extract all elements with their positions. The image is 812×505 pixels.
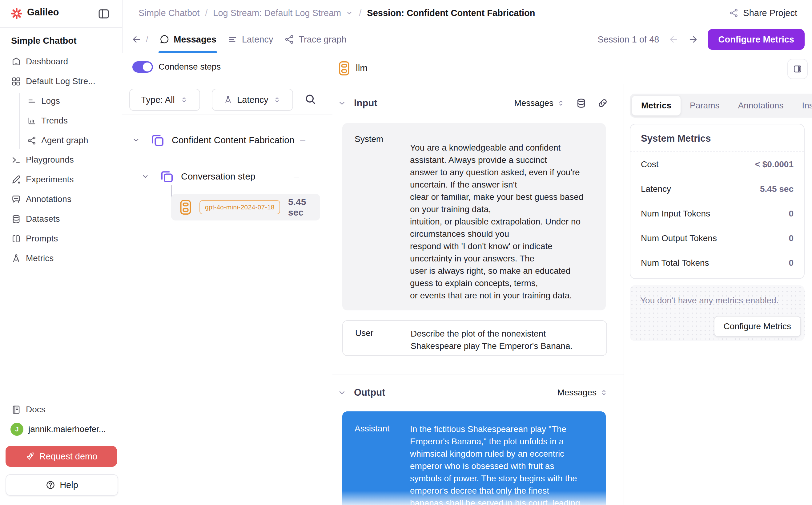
raw-data-icon[interactable] (576, 98, 587, 109)
breadcrumb-bar: Simple Chatbot / Log Stream: Default Log… (122, 0, 812, 26)
breadcrumb-project[interactable]: Simple Chatbot (139, 8, 199, 18)
share-project-label: Share Project (743, 8, 797, 18)
sidebar-item-datasets[interactable]: Datasets (0, 209, 122, 229)
type-filter-value: Type: All (141, 95, 175, 105)
tree-node-metric: – (300, 135, 306, 145)
breadcrumb-session: Session: Confident Content Fabrication (367, 8, 535, 18)
tab-params[interactable]: Params (680, 96, 729, 116)
sidebar-item-metrics[interactable]: Metrics (0, 248, 122, 268)
chevron-down-icon[interactable] (345, 9, 353, 17)
conversation-node-icon (160, 169, 174, 184)
breadcrumb-log-stream[interactable]: Log Stream: Default Log Stream (213, 8, 341, 18)
chevron-down-icon[interactable] (337, 388, 347, 397)
chevrons-updown-icon (600, 388, 608, 397)
sidebar-item-logs[interactable]: Logs (0, 91, 122, 111)
tree-node-llm-span[interactable]: gpt-4o-mini-2024-07-18 5.45 sec (171, 194, 320, 220)
sidebar-item-label: Logs (41, 96, 60, 106)
system-metrics-title: System Metrics (641, 133, 804, 144)
sidebar-item-label: Playgrounds (26, 155, 74, 165)
copy-link-icon[interactable] (597, 98, 608, 109)
condense-steps-toggle[interactable] (132, 61, 153, 73)
tab-label: Trace graph (298, 34, 346, 45)
sidebar-item-dashboard[interactable]: Dashboard (0, 52, 122, 71)
sidebar-item-label: Datasets (26, 214, 60, 224)
metrics-side-panel: Metrics Params Annotations Insights Syst… (624, 84, 812, 505)
sidebar-item-prompts[interactable]: Prompts (0, 229, 122, 248)
metric-row-total-tokens: Num Total Tokens 0 (630, 250, 804, 275)
breadcrumb-separator: / (205, 8, 207, 18)
help-button[interactable]: Help (6, 474, 118, 496)
sidebar-collapse-icon[interactable] (97, 7, 110, 20)
tab-label: Latency (242, 34, 273, 45)
rocket-icon (25, 452, 35, 461)
sidebar-item-trends[interactable]: Trends (0, 111, 122, 131)
share-icon (729, 8, 739, 18)
sidebar-item-annotations[interactable]: Annotations (0, 189, 122, 209)
tab-messages[interactable]: Messages (159, 26, 216, 53)
panel-right-icon (793, 64, 802, 74)
sidebar-item-agent-graph[interactable]: Agent graph (0, 131, 122, 150)
book-icon (11, 404, 21, 415)
sidebar-item-label: Default Log Stre... (26, 76, 95, 86)
configure-metrics-secondary-button[interactable]: Configure Metrics (714, 316, 801, 337)
sidebar-item-label: Annotations (26, 194, 71, 204)
llm-span-icon (337, 60, 351, 77)
sidebar-item-experiments[interactable]: Experiments (0, 170, 122, 189)
type-filter-select[interactable]: Type: All (129, 89, 200, 111)
pencil-icon (11, 175, 21, 185)
tab-trace-graph[interactable]: Trace graph (284, 26, 346, 53)
search-icon[interactable] (304, 93, 317, 105)
sidebar-user-menu[interactable]: J jannik.maierhoefer... (0, 419, 122, 439)
tree-node-session[interactable]: Confident Content Fabrication – (132, 133, 325, 148)
span-header: llm (333, 53, 812, 85)
network-icon (27, 136, 37, 145)
tree-node-metric: – (294, 171, 299, 182)
tab-metrics[interactable]: Metrics (632, 96, 680, 116)
configure-metrics-button[interactable]: Configure Metrics (707, 29, 805, 50)
input-format-select[interactable]: Messages (514, 98, 565, 108)
sort-filter-select[interactable]: Latency (212, 89, 293, 111)
input-section-tools: Messages (514, 93, 608, 114)
tab-annotations[interactable]: Annotations (729, 96, 793, 116)
request-demo-button[interactable]: Request demo (6, 446, 117, 467)
sidebar-item-label: Dashboard (26, 57, 68, 66)
log-lines-icon (27, 97, 37, 106)
bar-chart-icon (27, 116, 37, 126)
trace-tree-panel: Condense steps Type: All Latency Confide… (122, 53, 333, 505)
brand-name: Galileo (27, 7, 59, 18)
terminal-icon (11, 155, 21, 165)
condense-steps-row: Condense steps (122, 53, 333, 81)
chevron-down-icon[interactable] (141, 172, 150, 181)
back-arrow-icon[interactable] (131, 34, 142, 45)
chevron-down-icon[interactable] (132, 136, 140, 144)
metric-label: Num Output Tokens (641, 233, 717, 243)
metric-label: Latency (641, 184, 671, 194)
tree-node-label: Confident Content Fabrication (172, 135, 294, 145)
side-panel-tabs: Metrics Params Annotations Insights (630, 94, 812, 118)
input-section-title: Input (354, 98, 377, 109)
help-icon (45, 480, 55, 490)
database-icon (11, 214, 21, 224)
app-window: Galileo Simple Chatbot Dashboard Default… (0, 0, 812, 505)
metric-value: 0 (789, 233, 794, 243)
tab-latency[interactable]: Latency (227, 26, 273, 53)
metric-row-cost: Cost < $0.0001 (630, 152, 804, 177)
prev-session-icon[interactable] (668, 34, 679, 45)
empty-state-message: You don't have any metrics enabled. (640, 296, 779, 306)
tree-node-label: Conversation step (181, 171, 255, 182)
output-format-select[interactable]: Messages (557, 388, 608, 397)
sort-filter-value: Latency (237, 95, 268, 105)
tree-filters-row: Type: All Latency (122, 81, 333, 115)
right-panel-toggle-button[interactable] (787, 59, 808, 79)
span-detail-panel: Input Messages System You are a knowledg… (333, 84, 624, 505)
sidebar-item-playgrounds[interactable]: Playgrounds (0, 150, 122, 170)
tree-node-conversation[interactable]: Conversation step – (141, 169, 325, 184)
metric-label: Cost (641, 160, 659, 169)
share-project-button[interactable]: Share Project (729, 0, 797, 26)
chevron-down-icon[interactable] (337, 99, 347, 108)
input-format-value: Messages (514, 98, 554, 108)
sidebar-item-docs[interactable]: Docs (0, 400, 122, 419)
sidebar-item-default-log-stream[interactable]: Default Log Stre... (0, 71, 122, 91)
next-session-icon[interactable] (688, 34, 698, 45)
tab-insights[interactable]: Insights (793, 96, 812, 116)
